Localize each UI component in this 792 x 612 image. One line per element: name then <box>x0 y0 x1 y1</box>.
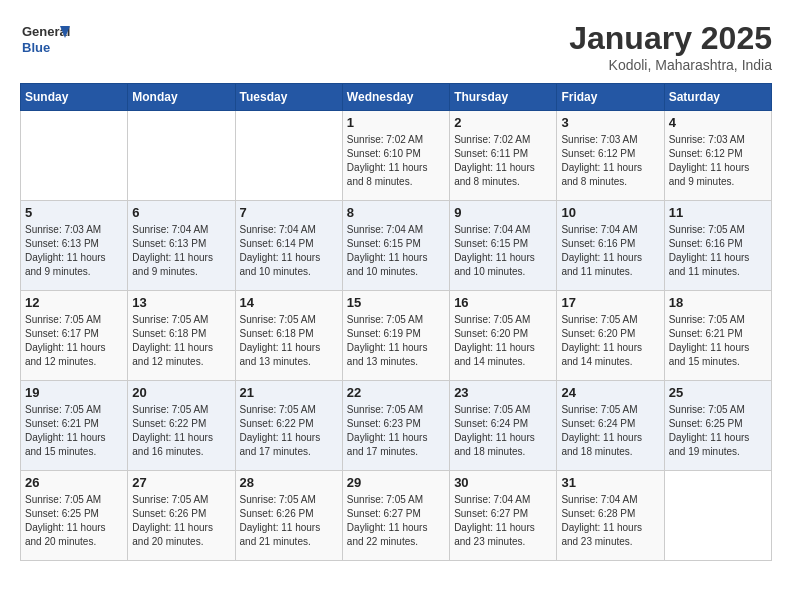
day-info: Sunrise: 7:03 AM Sunset: 6:13 PM Dayligh… <box>25 223 123 279</box>
calendar-cell: 28Sunrise: 7:05 AM Sunset: 6:26 PM Dayli… <box>235 471 342 561</box>
day-number: 19 <box>25 385 123 400</box>
day-number: 18 <box>669 295 767 310</box>
weekday-header: Saturday <box>664 84 771 111</box>
day-info: Sunrise: 7:05 AM Sunset: 6:24 PM Dayligh… <box>561 403 659 459</box>
day-info: Sunrise: 7:02 AM Sunset: 6:11 PM Dayligh… <box>454 133 552 189</box>
weekday-header-row: SundayMondayTuesdayWednesdayThursdayFrid… <box>21 84 772 111</box>
day-info: Sunrise: 7:05 AM Sunset: 6:20 PM Dayligh… <box>454 313 552 369</box>
title-block: January 2025 Kodoli, Maharashtra, India <box>569 20 772 73</box>
day-info: Sunrise: 7:05 AM Sunset: 6:24 PM Dayligh… <box>454 403 552 459</box>
day-number: 17 <box>561 295 659 310</box>
calendar-cell <box>21 111 128 201</box>
day-info: Sunrise: 7:05 AM Sunset: 6:21 PM Dayligh… <box>25 403 123 459</box>
day-number: 6 <box>132 205 230 220</box>
weekday-header: Tuesday <box>235 84 342 111</box>
day-info: Sunrise: 7:05 AM Sunset: 6:18 PM Dayligh… <box>240 313 338 369</box>
day-number: 10 <box>561 205 659 220</box>
day-number: 30 <box>454 475 552 490</box>
day-number: 4 <box>669 115 767 130</box>
weekday-header: Sunday <box>21 84 128 111</box>
calendar-cell: 4Sunrise: 7:03 AM Sunset: 6:12 PM Daylig… <box>664 111 771 201</box>
calendar-cell: 16Sunrise: 7:05 AM Sunset: 6:20 PM Dayli… <box>450 291 557 381</box>
day-info: Sunrise: 7:02 AM Sunset: 6:10 PM Dayligh… <box>347 133 445 189</box>
day-info: Sunrise: 7:04 AM Sunset: 6:14 PM Dayligh… <box>240 223 338 279</box>
svg-text:Blue: Blue <box>22 40 50 55</box>
calendar-table: SundayMondayTuesdayWednesdayThursdayFrid… <box>20 83 772 561</box>
day-number: 2 <box>454 115 552 130</box>
day-number: 15 <box>347 295 445 310</box>
day-info: Sunrise: 7:05 AM Sunset: 6:19 PM Dayligh… <box>347 313 445 369</box>
day-info: Sunrise: 7:05 AM Sunset: 6:25 PM Dayligh… <box>25 493 123 549</box>
calendar-cell: 2Sunrise: 7:02 AM Sunset: 6:11 PM Daylig… <box>450 111 557 201</box>
day-number: 31 <box>561 475 659 490</box>
day-number: 12 <box>25 295 123 310</box>
day-number: 7 <box>240 205 338 220</box>
day-info: Sunrise: 7:03 AM Sunset: 6:12 PM Dayligh… <box>561 133 659 189</box>
day-number: 24 <box>561 385 659 400</box>
day-number: 3 <box>561 115 659 130</box>
day-info: Sunrise: 7:04 AM Sunset: 6:15 PM Dayligh… <box>347 223 445 279</box>
day-number: 25 <box>669 385 767 400</box>
calendar-cell: 18Sunrise: 7:05 AM Sunset: 6:21 PM Dayli… <box>664 291 771 381</box>
calendar-cell: 27Sunrise: 7:05 AM Sunset: 6:26 PM Dayli… <box>128 471 235 561</box>
day-info: Sunrise: 7:05 AM Sunset: 6:27 PM Dayligh… <box>347 493 445 549</box>
calendar-cell: 30Sunrise: 7:04 AM Sunset: 6:27 PM Dayli… <box>450 471 557 561</box>
day-number: 26 <box>25 475 123 490</box>
calendar-week-row: 12Sunrise: 7:05 AM Sunset: 6:17 PM Dayli… <box>21 291 772 381</box>
calendar-cell: 8Sunrise: 7:04 AM Sunset: 6:15 PM Daylig… <box>342 201 449 291</box>
calendar-cell: 15Sunrise: 7:05 AM Sunset: 6:19 PM Dayli… <box>342 291 449 381</box>
day-number: 16 <box>454 295 552 310</box>
calendar-cell: 31Sunrise: 7:04 AM Sunset: 6:28 PM Dayli… <box>557 471 664 561</box>
day-info: Sunrise: 7:05 AM Sunset: 6:21 PM Dayligh… <box>669 313 767 369</box>
location: Kodoli, Maharashtra, India <box>569 57 772 73</box>
day-number: 9 <box>454 205 552 220</box>
calendar-week-row: 19Sunrise: 7:05 AM Sunset: 6:21 PM Dayli… <box>21 381 772 471</box>
month-title: January 2025 <box>569 20 772 57</box>
calendar-cell: 17Sunrise: 7:05 AM Sunset: 6:20 PM Dayli… <box>557 291 664 381</box>
day-number: 11 <box>669 205 767 220</box>
calendar-cell: 21Sunrise: 7:05 AM Sunset: 6:22 PM Dayli… <box>235 381 342 471</box>
calendar-cell: 9Sunrise: 7:04 AM Sunset: 6:15 PM Daylig… <box>450 201 557 291</box>
day-info: Sunrise: 7:05 AM Sunset: 6:17 PM Dayligh… <box>25 313 123 369</box>
weekday-header: Wednesday <box>342 84 449 111</box>
calendar-cell: 13Sunrise: 7:05 AM Sunset: 6:18 PM Dayli… <box>128 291 235 381</box>
calendar-cell: 7Sunrise: 7:04 AM Sunset: 6:14 PM Daylig… <box>235 201 342 291</box>
day-info: Sunrise: 7:05 AM Sunset: 6:23 PM Dayligh… <box>347 403 445 459</box>
calendar-week-row: 1Sunrise: 7:02 AM Sunset: 6:10 PM Daylig… <box>21 111 772 201</box>
calendar-cell <box>235 111 342 201</box>
calendar-cell: 20Sunrise: 7:05 AM Sunset: 6:22 PM Dayli… <box>128 381 235 471</box>
weekday-header: Thursday <box>450 84 557 111</box>
day-info: Sunrise: 7:04 AM Sunset: 6:13 PM Dayligh… <box>132 223 230 279</box>
day-number: 28 <box>240 475 338 490</box>
calendar-cell: 12Sunrise: 7:05 AM Sunset: 6:17 PM Dayli… <box>21 291 128 381</box>
day-info: Sunrise: 7:04 AM Sunset: 6:28 PM Dayligh… <box>561 493 659 549</box>
day-info: Sunrise: 7:04 AM Sunset: 6:27 PM Dayligh… <box>454 493 552 549</box>
calendar-cell: 26Sunrise: 7:05 AM Sunset: 6:25 PM Dayli… <box>21 471 128 561</box>
calendar-cell: 3Sunrise: 7:03 AM Sunset: 6:12 PM Daylig… <box>557 111 664 201</box>
day-info: Sunrise: 7:05 AM Sunset: 6:20 PM Dayligh… <box>561 313 659 369</box>
day-info: Sunrise: 7:05 AM Sunset: 6:26 PM Dayligh… <box>240 493 338 549</box>
calendar-cell: 5Sunrise: 7:03 AM Sunset: 6:13 PM Daylig… <box>21 201 128 291</box>
calendar-week-row: 5Sunrise: 7:03 AM Sunset: 6:13 PM Daylig… <box>21 201 772 291</box>
day-number: 13 <box>132 295 230 310</box>
calendar-cell: 24Sunrise: 7:05 AM Sunset: 6:24 PM Dayli… <box>557 381 664 471</box>
calendar-cell: 1Sunrise: 7:02 AM Sunset: 6:10 PM Daylig… <box>342 111 449 201</box>
day-info: Sunrise: 7:04 AM Sunset: 6:16 PM Dayligh… <box>561 223 659 279</box>
calendar-cell <box>128 111 235 201</box>
day-info: Sunrise: 7:05 AM Sunset: 6:25 PM Dayligh… <box>669 403 767 459</box>
day-info: Sunrise: 7:05 AM Sunset: 6:22 PM Dayligh… <box>240 403 338 459</box>
calendar-cell: 25Sunrise: 7:05 AM Sunset: 6:25 PM Dayli… <box>664 381 771 471</box>
calendar-cell: 22Sunrise: 7:05 AM Sunset: 6:23 PM Dayli… <box>342 381 449 471</box>
calendar-cell: 6Sunrise: 7:04 AM Sunset: 6:13 PM Daylig… <box>128 201 235 291</box>
day-info: Sunrise: 7:05 AM Sunset: 6:26 PM Dayligh… <box>132 493 230 549</box>
calendar-cell: 11Sunrise: 7:05 AM Sunset: 6:16 PM Dayli… <box>664 201 771 291</box>
logo-svg: General Blue <box>20 20 70 65</box>
day-info: Sunrise: 7:03 AM Sunset: 6:12 PM Dayligh… <box>669 133 767 189</box>
day-number: 29 <box>347 475 445 490</box>
calendar-cell: 29Sunrise: 7:05 AM Sunset: 6:27 PM Dayli… <box>342 471 449 561</box>
page-header: General Blue January 2025 Kodoli, Mahara… <box>20 20 772 73</box>
calendar-cell <box>664 471 771 561</box>
day-info: Sunrise: 7:05 AM Sunset: 6:18 PM Dayligh… <box>132 313 230 369</box>
calendar-week-row: 26Sunrise: 7:05 AM Sunset: 6:25 PM Dayli… <box>21 471 772 561</box>
calendar-cell: 23Sunrise: 7:05 AM Sunset: 6:24 PM Dayli… <box>450 381 557 471</box>
